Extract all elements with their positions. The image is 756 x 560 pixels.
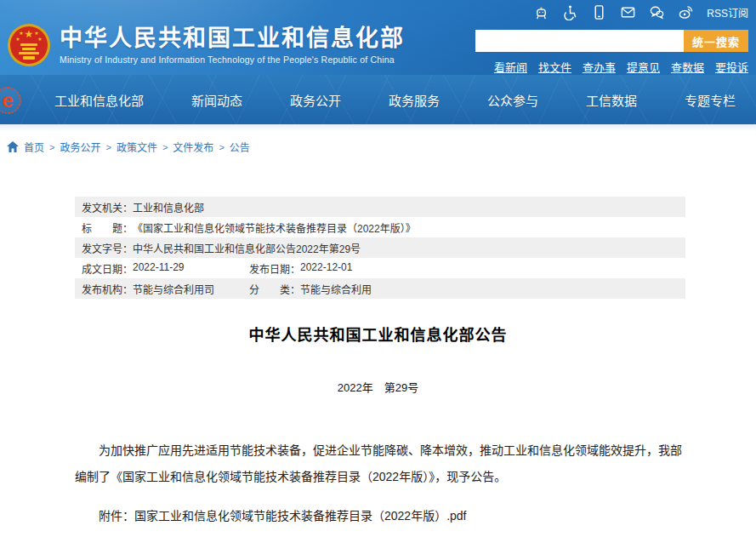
nav-item-gov-disclosure[interactable]: 政务公开 <box>290 91 341 109</box>
meta-row-org-category: 发布机构： 节能与综合利用司 分 类： 节能与综合利用 <box>75 278 685 299</box>
attachment-pdf-link[interactable]: 国家工业和信息化领域节能技术装备推荐目录（2022年版）.pdf <box>134 509 467 523</box>
meta-value: 节能与综合利用司 <box>133 282 214 296</box>
nav-item-data[interactable]: 工信数据 <box>586 91 637 109</box>
body-paragraph: 为加快推广应用先进适用节能技术装备，促进企业节能降碳、降本增效，推动工业和信息化… <box>75 437 685 490</box>
breadcrumb-policy-files[interactable]: 政策文件 <box>117 140 157 154</box>
home-icon[interactable] <box>7 141 19 152</box>
miit-e-icon: e <box>0 87 21 114</box>
site-title: 中华人民共和国工业和信息化部 <box>60 26 405 52</box>
meta-value: 《国家工业和信息化领域节能技术装备推荐目录（2022年版）》 <box>133 220 416 235</box>
meta-row-dates: 成文日期： 2022-11-29 发布日期： 2022-12-01 <box>75 258 685 278</box>
quick-links: 看新闻 找文件 查办事 提意见 查数据 要投诉 <box>494 59 748 75</box>
meta-row-issuing-org: 发文机关： 工业和信息化部 <box>75 197 685 217</box>
meta-row-title: 标 题： 《国家工业和信息化领域节能技术装备推荐目录（2022年版）》 <box>75 217 685 237</box>
meta-label: 发文机关： <box>82 200 133 214</box>
meta-value: 中华人民共和国工业和信息化部公告2022年第29号 <box>133 241 361 255</box>
nav-item-miit[interactable]: 工业和信息化部 <box>54 91 144 109</box>
robot-icon[interactable] <box>533 4 549 20</box>
quick-link-news[interactable]: 看新闻 <box>494 59 527 75</box>
svg-text:★: ★ <box>25 28 34 40</box>
nav-item-news[interactable]: 新闻动态 <box>191 91 242 109</box>
svg-text:★: ★ <box>15 37 20 42</box>
meta-value: 2022-12-01 <box>300 261 352 276</box>
breadcrumb-gov-disclosure[interactable]: 政务公开 <box>60 140 100 154</box>
breadcrumb-separator: > <box>105 142 111 152</box>
meta-label: 发布机构： <box>82 282 133 296</box>
quick-link-data[interactable]: 查数据 <box>671 59 704 75</box>
breadcrumb: 首页 > 政务公开 > 政策文件 > 文件发布 > 公告 <box>0 131 756 161</box>
quick-link-files[interactable]: 找文件 <box>538 59 571 75</box>
breadcrumb-separator: > <box>162 142 168 152</box>
meta-value: 工业和信息化部 <box>133 200 204 214</box>
site-header: ★ ★ ★ ★ ★ 中华人民共和国工业和信息化部 Ministry of Ind… <box>0 0 756 75</box>
document-issue-number: 2022年 第29号 <box>54 379 702 395</box>
meta-row-doc-number: 发文字号： 中华人民共和国工业和信息化部公告2022年第29号 <box>75 237 685 258</box>
breadcrumb-separator: > <box>49 142 54 152</box>
meta-label: 发文字号： <box>82 241 133 255</box>
meta-label: 分 类： <box>249 282 300 296</box>
mobile-icon[interactable] <box>591 4 607 20</box>
breadcrumb-home[interactable]: 首页 <box>24 140 44 154</box>
meta-label: 发布日期： <box>249 261 300 276</box>
accessibility-icon[interactable] <box>562 4 578 20</box>
document-title: 中华人民共和国工业和信息化部公告 <box>54 323 702 345</box>
attachment-line: 附件：国家工业和信息化领域节能技术装备推荐目录（2022年版）.pdf <box>75 503 685 529</box>
meta-value: 2022-11-29 <box>133 261 185 276</box>
svg-text:★: ★ <box>37 37 42 42</box>
site-subtitle: Ministry of Industry and Information Tec… <box>60 54 405 65</box>
nav-item-special-topics[interactable]: 专题专栏 <box>685 91 736 109</box>
quick-link-complaints[interactable]: 要投诉 <box>715 59 748 75</box>
meta-label: 标 题： <box>82 220 133 235</box>
quick-link-services[interactable]: 查办事 <box>583 59 616 75</box>
svg-text:★: ★ <box>34 31 38 36</box>
breadcrumb-announcement[interactable]: 公告 <box>230 140 250 154</box>
nav-item-gov-services[interactable]: 政务服务 <box>389 91 440 109</box>
rss-subscribe-link[interactable]: RSS订阅 <box>707 5 748 20</box>
nav-item-public-participation[interactable]: 公众参与 <box>487 91 538 109</box>
search-bar: 统一搜索 <box>475 30 748 52</box>
wechat-icon[interactable] <box>649 4 665 20</box>
breadcrumb-file-release[interactable]: 文件发布 <box>173 140 213 154</box>
meta-label: 成文日期： <box>82 261 133 276</box>
weibo-icon[interactable] <box>678 4 694 20</box>
document-meta-table: 发文机关： 工业和信息化部 标 题： 《国家工业和信息化领域节能技术装备推荐目录… <box>75 197 685 299</box>
document-page: 发文机关： 工业和信息化部 标 题： 《国家工业和信息化领域节能技术装备推荐目录… <box>54 197 702 560</box>
search-button[interactable]: 统一搜索 <box>684 30 748 52</box>
meta-value: 节能与综合利用 <box>300 282 372 296</box>
quick-link-opinions[interactable]: 提意见 <box>627 59 660 75</box>
nav-divider-strip <box>0 124 756 131</box>
main-nav: e 工业和信息化部 新闻动态 政务公开 政务服务 公众参与 工信数据 专题专栏 <box>0 75 756 124</box>
mail-icon[interactable] <box>620 4 636 20</box>
national-emblem-icon: ★ ★ ★ ★ ★ <box>7 23 51 67</box>
site-logo[interactable]: ★ ★ ★ ★ ★ 中华人民共和国工业和信息化部 Ministry of Ind… <box>7 15 405 75</box>
attachment-label: 附件： <box>99 509 134 523</box>
document-body: 为加快推广应用先进适用节能技术装备，促进企业节能降碳、降本增效，推动工业和信息化… <box>75 437 685 490</box>
breadcrumb-separator: > <box>219 142 224 152</box>
header-utility-icons: RSS订阅 <box>533 4 748 20</box>
search-input[interactable] <box>475 30 684 52</box>
svg-text:★: ★ <box>19 31 23 36</box>
